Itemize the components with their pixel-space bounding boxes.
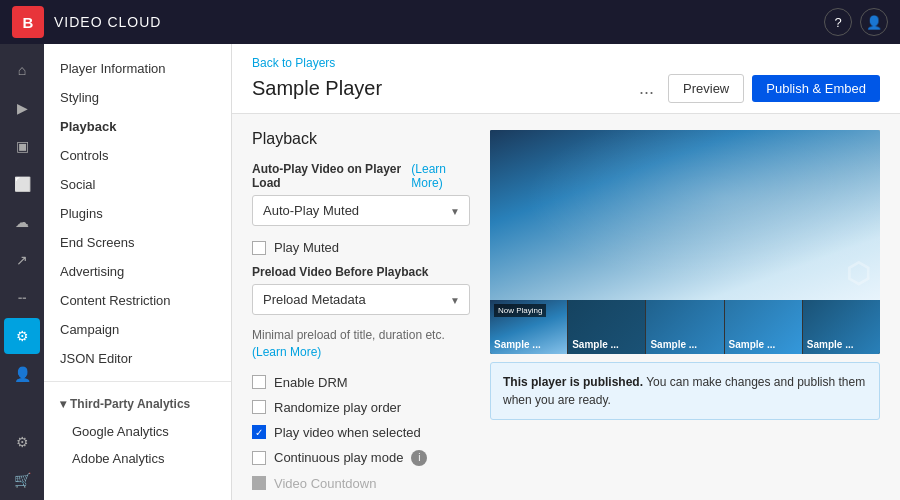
- nav-home-icon[interactable]: ⌂: [4, 52, 40, 88]
- thumb-4-label: Sample ...: [729, 339, 776, 350]
- sidebar-item-end-screens[interactable]: End Screens: [44, 228, 231, 257]
- nav-share-icon[interactable]: ↗: [4, 242, 40, 278]
- randomize-label: Randomize play order: [274, 400, 401, 415]
- app-title: VIDEO CLOUD: [54, 14, 161, 30]
- video-countdown-label: Video Countdown: [274, 476, 376, 491]
- randomize-row: Randomize play order: [252, 400, 470, 415]
- nav-user-icon[interactable]: 👤: [4, 356, 40, 392]
- sidebar-item-controls[interactable]: Controls: [44, 141, 231, 170]
- user-menu-button[interactable]: 👤: [860, 8, 888, 36]
- video-countdown-checkbox[interactable]: [252, 476, 266, 490]
- main-layout: ⌂ ▶ ▣ ⬜ ☁ ↗ ╌ ⚙ 👤 ⚙ 🛒 Player Information…: [0, 44, 900, 500]
- navbar: B VIDEO CLOUD ? 👤: [0, 0, 900, 44]
- thumb-2-label: Sample ...: [572, 339, 619, 350]
- video-main-display: ⬡: [490, 130, 880, 300]
- continuous-play-label: Continuous play mode: [274, 450, 403, 465]
- brand-logo: B: [12, 6, 44, 38]
- nav-video-icon[interactable]: ▶: [4, 90, 40, 126]
- preload-hint-text: Minimal preload of title, duration etc. …: [252, 327, 470, 361]
- header-actions: ... Preview Publish & Embed: [633, 74, 880, 103]
- form-panel: Playback Auto-Play Video on Player Load …: [252, 130, 490, 500]
- content-body: Playback Auto-Play Video on Player Load …: [232, 114, 900, 500]
- sidebar-item-content-restriction[interactable]: Content Restriction: [44, 286, 231, 315]
- thumb-item-5[interactable]: Sample ...: [803, 300, 880, 354]
- video-countdown-row: Video Countdown: [252, 476, 470, 491]
- preview-button[interactable]: Preview: [668, 74, 744, 103]
- chevron-down-icon: ▾: [60, 397, 66, 411]
- thumb-item-3[interactable]: Sample ...: [646, 300, 724, 354]
- preload-select-wrapper: Preload Metadata Preload Auto Preload No…: [252, 284, 470, 315]
- published-notice: This player is published. You can make c…: [490, 362, 880, 420]
- nav-cloud-icon[interactable]: ☁: [4, 204, 40, 240]
- sidebar-item-player-information[interactable]: Player Information: [44, 54, 231, 83]
- play-when-selected-checkbox[interactable]: [252, 425, 266, 439]
- thumb-1-label: Sample ...: [494, 339, 541, 350]
- now-playing-badge: Now Playing: [494, 304, 546, 317]
- content-header: Back to Players Sample Player ... Previe…: [232, 44, 900, 114]
- sidebar-item-playback[interactable]: Playback: [44, 112, 231, 141]
- enable-drm-row: Enable DRM: [252, 375, 470, 390]
- enable-drm-checkbox[interactable]: [252, 375, 266, 389]
- play-muted-checkbox[interactable]: [252, 241, 266, 255]
- autoplay-learn-more-link[interactable]: (Learn More): [411, 162, 470, 190]
- page-title: Sample Player: [252, 77, 382, 100]
- thumb-item-1[interactable]: Now Playing Sample ...: [490, 300, 568, 354]
- sidebar-item-styling[interactable]: Styling: [44, 83, 231, 112]
- sidebar-item-plugins[interactable]: Plugins: [44, 199, 231, 228]
- sidebar-item-campaign[interactable]: Campaign: [44, 315, 231, 344]
- autoplay-field-group: Auto-Play Video on Player Load (Learn Mo…: [252, 162, 470, 226]
- play-when-selected-label: Play video when selected: [274, 425, 421, 440]
- nav-player-icon[interactable]: ⚙: [4, 318, 40, 354]
- video-thumbnails: Now Playing Sample ... Sample ... Sample: [490, 300, 880, 354]
- video-player-container: ⬡ Now Playing Sample ... Sample ...: [490, 130, 880, 354]
- play-muted-row: Play Muted: [252, 240, 470, 255]
- nav-analytics-icon[interactable]: ╌: [4, 280, 40, 316]
- nav-box-icon[interactable]: ⬜: [4, 166, 40, 202]
- play-muted-label: Play Muted: [274, 240, 339, 255]
- play-when-selected-row: Play video when selected: [252, 425, 470, 440]
- nav-cart-icon[interactable]: 🛒: [4, 462, 40, 498]
- content-area: Back to Players Sample Player ... Previe…: [232, 44, 900, 500]
- sidebar-item-adobe-analytics[interactable]: Adobe Analytics: [44, 445, 231, 472]
- sidebar-item-advertising[interactable]: Advertising: [44, 257, 231, 286]
- continuous-play-checkbox[interactable]: [252, 451, 266, 465]
- help-button[interactable]: ?: [824, 8, 852, 36]
- preload-select[interactable]: Preload Metadata Preload Auto Preload No…: [252, 284, 470, 315]
- sidebar-item-json-editor[interactable]: JSON Editor: [44, 344, 231, 373]
- continuous-play-row: Continuous play mode i: [252, 450, 470, 466]
- autoplay-select[interactable]: Auto-Play Muted Auto-Play Do Not Auto-Pl…: [252, 195, 470, 226]
- thumb-item-4[interactable]: Sample ...: [725, 300, 803, 354]
- more-options-button[interactable]: ...: [633, 76, 660, 101]
- autoplay-select-wrapper: Auto-Play Muted Auto-Play Do Not Auto-Pl…: [252, 195, 470, 226]
- back-to-players-link[interactable]: Back to Players: [252, 56, 880, 70]
- preload-field-group: Preload Video Before Playback Preload Me…: [252, 265, 470, 361]
- nav-folder-icon[interactable]: ▣: [4, 128, 40, 164]
- third-party-analytics-header: ▾ Third-Party Analytics: [44, 390, 231, 418]
- preview-panel: ⬡ Now Playing Sample ... Sample ...: [490, 130, 880, 500]
- thumb-5-label: Sample ...: [807, 339, 854, 350]
- continuous-play-info-icon[interactable]: i: [411, 450, 427, 466]
- nav-settings-icon[interactable]: ⚙: [4, 424, 40, 460]
- thumb-item-2[interactable]: Sample ...: [568, 300, 646, 354]
- autoplay-label: Auto-Play Video on Player Load (Learn Mo…: [252, 162, 470, 190]
- icon-bar: ⌂ ▶ ▣ ⬜ ☁ ↗ ╌ ⚙ 👤 ⚙ 🛒: [0, 44, 44, 500]
- sidebar-item-google-analytics[interactable]: Google Analytics: [44, 418, 231, 445]
- published-strong-text: This player is published.: [503, 375, 643, 389]
- preload-learn-more-link[interactable]: (Learn More): [252, 345, 321, 359]
- playback-section-title: Playback: [252, 130, 470, 148]
- page-title-row: Sample Player ... Preview Publish & Embe…: [252, 74, 880, 103]
- publish-embed-button[interactable]: Publish & Embed: [752, 75, 880, 102]
- thumb-3-label: Sample ...: [650, 339, 697, 350]
- preload-label: Preload Video Before Playback: [252, 265, 470, 279]
- randomize-checkbox[interactable]: [252, 400, 266, 414]
- video-overlay: [490, 130, 880, 300]
- sidebar: Player Information Styling Playback Cont…: [44, 44, 232, 500]
- sidebar-item-social[interactable]: Social: [44, 170, 231, 199]
- enable-drm-label: Enable DRM: [274, 375, 348, 390]
- video-logo: ⬡: [846, 257, 870, 290]
